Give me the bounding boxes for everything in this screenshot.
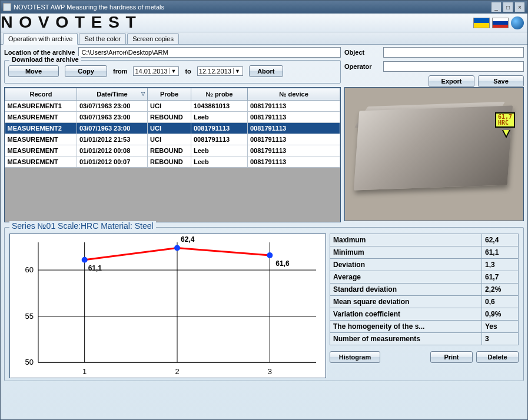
move-button[interactable]: Move	[8, 65, 59, 77]
svg-text:61,1: 61,1	[88, 264, 102, 272]
svg-text:3: 3	[268, 367, 272, 376]
app-window: NOVOTEST AWP Measuring the hardness of m…	[0, 0, 528, 420]
marker-balloon[interactable]: 61,7 HRC	[495, 112, 515, 128]
col-nprobe[interactable]: № probe	[191, 88, 248, 101]
minimize-button[interactable]: _	[491, 2, 502, 12]
download-group-title: Download the archive	[9, 56, 81, 63]
stats-row: Number of measurements3	[330, 333, 519, 345]
copy-button[interactable]: Copy	[65, 65, 107, 77]
records-grid[interactable]: Record Date/Time▽ Probe № probe № device…	[4, 87, 341, 222]
stats-row: Maximum62,4	[330, 234, 519, 246]
export-button[interactable]: Export	[429, 75, 474, 87]
col-ndevice[interactable]: № device	[248, 88, 340, 101]
svg-text:55: 55	[25, 312, 34, 321]
marker-pointer-icon	[502, 130, 510, 138]
object-label: Object	[344, 49, 380, 56]
delete-button[interactable]: Delete	[476, 351, 519, 363]
chevron-down-icon[interactable]: ▼	[170, 68, 178, 74]
stats-row: The homogeneity of the s...Yes	[330, 321, 519, 333]
photo-area[interactable]: 61,7 HRC	[344, 87, 524, 221]
stats-row: Minimum61,1	[330, 246, 519, 259]
flag-ukraine-icon[interactable]	[473, 18, 490, 28]
col-record[interactable]: Record	[5, 88, 77, 101]
titlebar: NOVOTEST AWP Measuring the hardness of m…	[1, 1, 527, 14]
abort-button[interactable]: Abort	[249, 65, 283, 77]
table-row[interactable]: MEASUREMENT01/01/2012 00:07REBOUNDLeeb00…	[5, 156, 340, 168]
tab-strip: Operation with archive Set the color Scr…	[1, 32, 527, 45]
stats-row: Mean square deviation0,6	[330, 296, 519, 308]
table-row[interactable]: MEASUREMENT01/01/2012 21:53UCI0081791113…	[5, 134, 340, 145]
svg-text:50: 50	[25, 358, 34, 366]
to-label: to	[185, 68, 191, 75]
chart-area[interactable]: 50556012361,162,461,6	[9, 234, 326, 378]
series-group: Series №01 Scale:HRC Material: Steel 505…	[4, 227, 524, 381]
svg-text:1: 1	[82, 367, 87, 376]
operator-input[interactable]	[383, 61, 524, 72]
svg-point-16	[174, 245, 180, 251]
globe-icon[interactable]	[511, 16, 524, 29]
stats-row: Standard deviation2,2%	[330, 284, 519, 296]
table-row[interactable]: MEASUREMENT203/07/1963 23:00UCI008179111…	[5, 123, 340, 134]
tab-screen-copies[interactable]: Screen copies	[127, 33, 179, 45]
tab-archive[interactable]: Operation with archive	[3, 33, 78, 45]
flag-russia-icon[interactable]	[492, 18, 509, 28]
chevron-down-icon[interactable]: ▼	[233, 68, 241, 74]
col-datetime[interactable]: Date/Time▽	[77, 88, 148, 101]
print-button[interactable]: Print	[430, 351, 473, 363]
stats-row: Average61,7	[330, 271, 519, 284]
logo: NOVOTEST	[1, 14, 142, 32]
stats-table: Maximum62,4Minimum61,1Deviation1,3Averag…	[330, 234, 519, 345]
svg-point-18	[267, 252, 273, 258]
histogram-button[interactable]: Histogram	[330, 351, 380, 363]
sort-desc-icon: ▽	[141, 91, 145, 96]
logo-bar: NOVOTEST	[1, 14, 527, 32]
app-icon	[3, 3, 11, 11]
marker-unit: HRC	[498, 119, 509, 126]
series-title: Series №01 Scale:HRC Material: Steel	[9, 221, 156, 231]
date-from-picker[interactable]: 14.01.2013 ▼	[133, 66, 179, 76]
table-row[interactable]: MEASUREMENT01/01/2012 00:08REBOUNDLeeb00…	[5, 145, 340, 156]
operator-label: Operator	[344, 63, 380, 70]
object-input[interactable]	[383, 47, 524, 58]
date-from-value: 14.01.2013	[135, 68, 167, 75]
maximize-button[interactable]: □	[503, 2, 513, 12]
svg-text:62,4: 62,4	[181, 235, 195, 244]
stats-row: Deviation1,3	[330, 259, 519, 271]
download-group: Download the archive Move Copy from 14.0…	[4, 60, 341, 84]
table-row[interactable]: MEASUREMENT103/07/1963 23:00UCI104386101…	[5, 101, 340, 112]
svg-text:2: 2	[175, 367, 179, 376]
metal-block	[354, 106, 513, 191]
save-button[interactable]: Save	[478, 75, 524, 87]
date-to-value: 12.12.2013	[199, 68, 231, 75]
tab-set-color[interactable]: Set the color	[79, 33, 126, 45]
stats-row: Variation coefficient0,9%	[330, 308, 519, 321]
col-probe[interactable]: Probe	[148, 88, 191, 101]
location-label: Location of the archive	[4, 49, 75, 56]
svg-text:61,6: 61,6	[275, 259, 290, 268]
window-title: NOVOTEST AWP Measuring the hardness of m…	[14, 4, 164, 11]
date-to-picker[interactable]: 12.12.2013 ▼	[197, 66, 243, 76]
close-button[interactable]: ×	[514, 2, 525, 12]
location-input[interactable]	[78, 47, 341, 58]
svg-text:60: 60	[25, 265, 34, 274]
table-row[interactable]: MEASUREMENT03/07/1963 23:00REBOUNDLeeb00…	[5, 112, 340, 123]
svg-point-14	[82, 257, 88, 263]
from-label: from	[113, 68, 127, 75]
